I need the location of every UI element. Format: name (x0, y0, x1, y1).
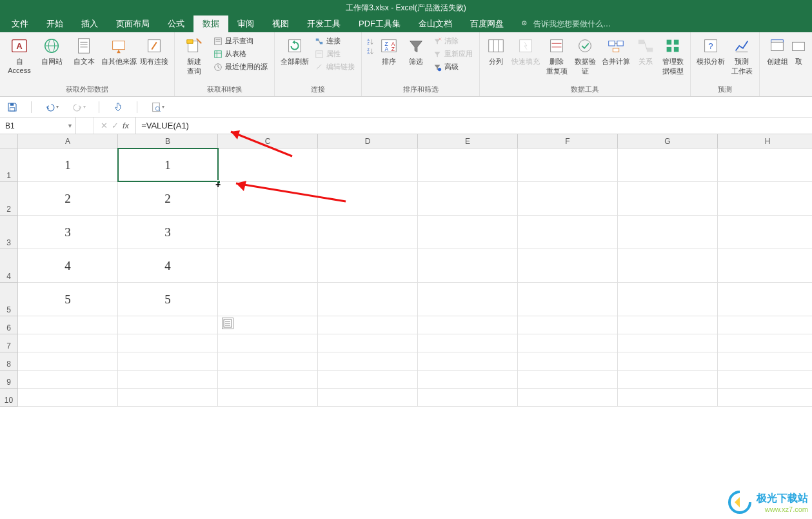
cell-B2[interactable]: 2 (118, 182, 218, 216)
what-if-analysis-button[interactable]: ?模拟分析 (695, 34, 727, 66)
row-header-5[interactable]: 5 (0, 283, 18, 316)
cell-F6[interactable] (518, 316, 618, 334)
sort-asc-button[interactable]: AZ (366, 37, 375, 46)
cell-B3[interactable]: 3 (118, 216, 218, 249)
cell-F4[interactable] (518, 249, 618, 283)
cell-D8[interactable] (318, 352, 418, 371)
data-validation-button[interactable]: 数据验 证 (571, 34, 599, 76)
row-header-10[interactable]: 10 (0, 389, 18, 407)
row-header-7[interactable]: 7 (0, 334, 18, 352)
chevron-down-icon[interactable]: ▼ (67, 123, 73, 129)
cell-D5[interactable] (318, 283, 418, 316)
tell-me-search[interactable]: 告诉我您想要做什么… (520, 15, 611, 32)
col-header-B[interactable]: B (118, 134, 218, 148)
cell-G3[interactable] (618, 216, 718, 249)
select-all-corner[interactable] (0, 134, 18, 148)
cell-G4[interactable] (618, 249, 718, 283)
cell-G5[interactable] (618, 283, 718, 316)
new-query-button[interactable]: 新建 查询 (179, 34, 210, 76)
row-header-3[interactable]: 3 (0, 216, 18, 249)
from-table-button[interactable]: 从表格 (211, 48, 270, 60)
col-header-H[interactable]: H (718, 134, 812, 148)
cell-A7[interactable] (18, 334, 118, 352)
tab-developer[interactable]: 开发工具 (298, 15, 350, 32)
row-header-9[interactable]: 9 (0, 371, 18, 389)
tab-data[interactable]: 数据 (193, 15, 228, 32)
col-header-E[interactable]: E (418, 134, 518, 148)
cell-A1[interactable]: 1 (18, 148, 118, 182)
name-box[interactable]: B1 ▼ (0, 117, 76, 134)
cell-E1[interactable] (418, 148, 518, 182)
cell-H7[interactable] (718, 334, 812, 352)
cell-C7[interactable] (218, 334, 318, 352)
cell-H1[interactable] (718, 148, 812, 182)
filter-button[interactable]: 筛选 (403, 34, 429, 66)
cell-B10[interactable] (118, 389, 218, 407)
cell-C9[interactable] (218, 371, 318, 389)
tab-formulas[interactable]: 公式 (159, 15, 193, 32)
cell-E2[interactable] (418, 182, 518, 216)
cell-G10[interactable] (618, 389, 718, 407)
cell-C3[interactable] (218, 216, 318, 249)
cell-F5[interactable] (518, 283, 618, 316)
cell-C2[interactable] (218, 182, 318, 216)
tab-view[interactable]: 视图 (263, 15, 298, 32)
cell-G7[interactable] (618, 334, 718, 352)
cell-F10[interactable] (518, 389, 618, 407)
formula-input[interactable]: =VALUE(A1) (136, 117, 812, 134)
manage-data-model-button[interactable]: 管理数 据模型 (659, 34, 686, 76)
text-to-columns-button[interactable]: 分列 (484, 34, 508, 66)
connections-button[interactable]: 连接 (312, 35, 357, 47)
cell-E9[interactable] (418, 371, 518, 389)
cell-A3[interactable]: 3 (18, 216, 118, 249)
show-queries-button[interactable]: 显示查询 (211, 35, 270, 47)
cell-B6[interactable] (118, 316, 218, 334)
cell-E10[interactable] (418, 389, 518, 407)
cell-F3[interactable] (518, 216, 618, 249)
consolidate-button[interactable]: 合并计算 (600, 34, 632, 66)
cell-D10[interactable] (318, 389, 418, 407)
cell-G6[interactable] (618, 316, 718, 334)
from-web-button[interactable]: 自网站 (36, 34, 67, 66)
col-header-A[interactable]: A (18, 134, 118, 148)
cell-E5[interactable] (418, 283, 518, 316)
autofill-options-button[interactable] (222, 318, 233, 329)
tab-baidu[interactable]: 百度网盘 (461, 15, 513, 32)
recent-sources-button[interactable]: 最近使用的源 (211, 61, 270, 73)
sort-button[interactable]: ZAAZ 排序 (376, 34, 402, 66)
cell-C8[interactable] (218, 352, 318, 371)
cell-F1[interactable] (518, 148, 618, 182)
cell-H5[interactable] (718, 283, 812, 316)
cell-A9[interactable] (18, 371, 118, 389)
cell-C10[interactable] (218, 389, 318, 407)
cell-A8[interactable] (18, 352, 118, 371)
group-button[interactable]: 创建组 (764, 34, 791, 66)
fx-button[interactable]: fx (123, 121, 129, 130)
tab-pdf-tools[interactable]: PDF工具集 (350, 15, 410, 32)
row-header-4[interactable]: 4 (0, 249, 18, 283)
cell-D9[interactable] (318, 371, 418, 389)
advanced-filter-button[interactable]: 高级 (430, 61, 475, 73)
cell-C4[interactable] (218, 249, 318, 283)
cell-A2[interactable]: 2 (18, 182, 118, 216)
row-header-6[interactable]: 6 (0, 316, 18, 334)
print-preview-button[interactable]: ▾ (150, 101, 164, 113)
from-text-button[interactable]: 自文本 (68, 34, 99, 66)
cell-H8[interactable] (718, 352, 812, 371)
cell-B8[interactable] (118, 352, 218, 371)
tab-page-layout[interactable]: 页面布局 (107, 15, 159, 32)
cell-E6[interactable] (418, 316, 518, 334)
col-header-G[interactable]: G (618, 134, 718, 148)
cell-G9[interactable] (618, 371, 718, 389)
cell-H4[interactable] (718, 249, 812, 283)
cell-D1[interactable] (318, 148, 418, 182)
tab-insert[interactable]: 插入 (72, 15, 107, 32)
remove-duplicates-button[interactable]: 删除 重复项 (543, 34, 570, 76)
cell-F8[interactable] (518, 352, 618, 371)
cell-H2[interactable] (718, 182, 812, 216)
cell-C1[interactable] (218, 148, 318, 182)
cell-A4[interactable]: 4 (18, 249, 118, 283)
sort-desc-button[interactable]: ZA (366, 47, 375, 56)
cell-A5[interactable]: 5 (18, 283, 118, 316)
cell-F7[interactable] (518, 334, 618, 352)
